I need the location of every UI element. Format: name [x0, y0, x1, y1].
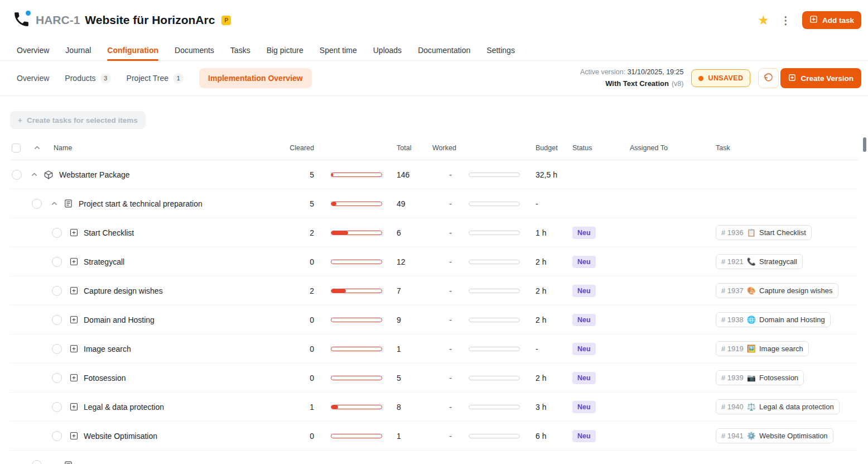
row-name: Legal & data protection	[84, 403, 164, 412]
worked-value: -	[432, 345, 469, 353]
count-badge: 1	[173, 73, 184, 84]
table-row[interactable]: Website Optimisation01-6 hNeu# 1941⚙️Web…	[10, 422, 858, 451]
table-row[interactable]: Image search01--Neu# 1919🖼️Image search	[10, 334, 858, 363]
create-tasks-button[interactable]: + Create tasks for selected items	[10, 111, 146, 129]
tab-tasks[interactable]: Tasks	[230, 40, 250, 60]
item-icon	[69, 228, 79, 237]
create-version-icon	[788, 74, 796, 83]
table-row[interactable]: Legal & data protection18-3 hNeu# 1940⚖️…	[10, 393, 858, 422]
row-checkbox[interactable]	[32, 199, 42, 209]
subnav-item-overview[interactable]: Overview	[17, 74, 49, 83]
column-header-status[interactable]: Status	[563, 144, 625, 152]
cleared-progress-bar	[331, 173, 382, 177]
worked-value: -	[432, 432, 469, 441]
row-name-cell: Domain and Hosting	[10, 315, 279, 325]
tab-big-picture[interactable]: Big picture	[267, 40, 303, 60]
table-row[interactable]: Capture design wishes27-2 hNeu# 1937🎨Cap…	[10, 276, 858, 305]
select-all-checkbox[interactable]	[12, 143, 21, 152]
vertical-scrollbar-thumb[interactable]	[863, 137, 866, 152]
version-name: With Text Creation	[605, 79, 669, 88]
tab-overview[interactable]: Overview	[17, 40, 49, 60]
row-checkbox[interactable]	[52, 228, 62, 238]
task-chip[interactable]: # 1921📞Strategycall	[716, 254, 803, 269]
task-name: Image search	[759, 345, 803, 353]
plus-icon: +	[18, 116, 22, 125]
row-name-cell: Webstarter Package	[10, 170, 279, 180]
worked-progress-bar	[469, 434, 520, 438]
task-cell: # 1938🌐Domain and Hosting	[711, 312, 858, 327]
create-version-button[interactable]: Create Version	[780, 68, 861, 88]
column-header-assigned-to[interactable]: Assigned To	[625, 144, 711, 152]
cleared-progress-bar	[331, 318, 382, 322]
worked-value: -	[432, 315, 469, 324]
cleared-bar-cell	[315, 289, 382, 293]
undo-button[interactable]	[758, 68, 779, 88]
task-chip[interactable]: # 1940⚖️Legal & data protection	[716, 399, 840, 414]
tab-documentation[interactable]: Documentation	[418, 40, 470, 60]
total-value: 1	[382, 345, 432, 353]
task-id: # 1921	[721, 257, 744, 266]
row-checkbox[interactable]	[52, 257, 62, 267]
budget-value: 2 h	[520, 374, 563, 382]
table-row[interactable]: Fotosession05-2 hNeu# 1939📷Fotosession	[10, 363, 858, 393]
row-checkbox[interactable]	[52, 344, 62, 354]
row-checkbox[interactable]	[52, 431, 62, 441]
table-row[interactable]	[10, 451, 858, 464]
table-row[interactable]: Project start & technical preparation549…	[10, 189, 858, 218]
row-checkbox[interactable]	[52, 373, 62, 383]
tab-journal[interactable]: Journal	[65, 40, 91, 60]
row-checkbox[interactable]	[12, 170, 22, 180]
subnav-item-implementation-overview[interactable]: Implementation Overview	[199, 68, 312, 88]
table-row[interactable]: Webstarter Package5146-32,5 h	[10, 160, 858, 189]
row-name-cell: Strategycall	[10, 257, 279, 267]
collapse-all-chevron-up-icon[interactable]	[33, 144, 41, 151]
cleared-progress-fill	[331, 173, 333, 176]
status-badge: Neu	[572, 401, 596, 413]
task-chip[interactable]: # 1941⚙️Website Optimisation	[716, 428, 833, 443]
worked-bar-cell	[469, 434, 520, 438]
tab-spent-time[interactable]: Spent time	[320, 40, 357, 60]
row-checkbox[interactable]	[52, 402, 62, 412]
total-value: 6	[382, 228, 432, 237]
chevron-up-icon[interactable]	[31, 171, 38, 178]
task-type-icon: 📞	[747, 257, 756, 266]
tab-documents[interactable]: Documents	[175, 40, 214, 60]
column-header-task[interactable]: Task	[711, 144, 858, 152]
task-chip[interactable]: # 1939📷Fotosession	[716, 370, 804, 385]
column-header-total[interactable]: Total	[382, 144, 432, 152]
column-header-cleared[interactable]: Cleared	[279, 144, 315, 152]
table-row[interactable]: Domain and Hosting09-2 hNeu# 1938🌐Domain…	[10, 305, 858, 334]
table-row[interactable]: Start Checklist26-1 hNeu# 1936📋Start Che…	[10, 218, 858, 247]
add-task-button[interactable]: Add task	[802, 11, 861, 29]
row-checkbox[interactable]	[52, 286, 62, 296]
table-row[interactable]: Strategycall012-2 hNeu# 1921📞Strategycal…	[10, 247, 858, 276]
row-name: Strategycall	[84, 257, 124, 266]
budget-value: -	[520, 199, 563, 208]
tab-configuration[interactable]: Configuration	[107, 40, 158, 60]
subnav-item-project-tree[interactable]: Project Tree1	[127, 73, 184, 84]
row-checkbox[interactable]	[32, 460, 42, 464]
kebab-menu-icon[interactable]: ⋮	[779, 15, 792, 26]
tab-settings[interactable]: Settings	[486, 40, 515, 60]
cleared-value: 2	[279, 228, 315, 237]
chevron-down-icon[interactable]	[51, 462, 58, 464]
worked-progress-bar	[469, 318, 520, 322]
task-chip[interactable]: # 1919🖼️Image search	[716, 341, 809, 356]
status-badge: Neu	[572, 430, 596, 442]
column-header-worked[interactable]: Worked	[432, 144, 469, 152]
total-value: 9	[382, 315, 432, 324]
status-badge: Neu	[572, 314, 596, 326]
row-checkbox[interactable]	[52, 315, 62, 325]
task-cell: # 1936📋Start Checklist	[711, 225, 858, 240]
column-header-name[interactable]: Name	[54, 144, 72, 152]
tab-uploads[interactable]: Uploads	[373, 40, 402, 60]
task-chip[interactable]: # 1936📋Start Checklist	[716, 225, 812, 240]
version-buttons: Create Version	[758, 68, 861, 88]
item-icon	[69, 315, 79, 324]
task-chip[interactable]: # 1938🌐Domain and Hosting	[716, 312, 831, 327]
favorite-star-icon[interactable]: ★	[758, 14, 769, 27]
column-header-budget[interactable]: Budget	[520, 144, 563, 152]
chevron-up-icon[interactable]	[51, 200, 58, 207]
subnav-item-products[interactable]: Products3	[65, 73, 110, 84]
task-chip[interactable]: # 1937🎨Capture design wishes	[716, 283, 838, 298]
